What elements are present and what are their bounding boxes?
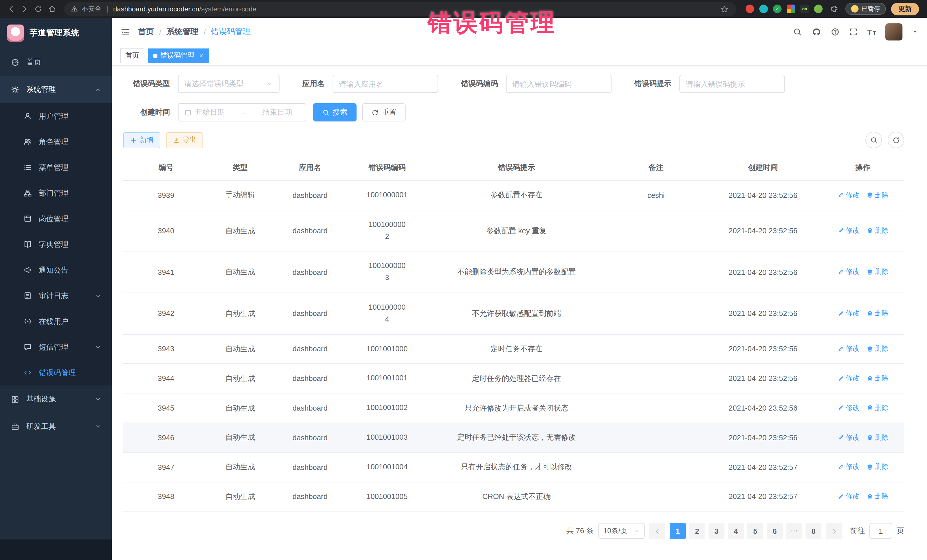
sidebar-item[interactable]: 部门管理	[0, 180, 112, 206]
paused-badge[interactable]: 已暂停	[845, 3, 886, 15]
menu-list-icon	[23, 163, 32, 171]
tab-错误码管理[interactable]: 错误码管理	[148, 48, 209, 63]
cell-remark	[608, 452, 705, 482]
edit-link[interactable]: 修改	[837, 492, 859, 501]
sidebar-item[interactable]: 角色管理	[0, 129, 112, 155]
sidebar-item[interactable]: 基础设施	[0, 385, 112, 413]
column-header: 创建时间	[705, 155, 821, 181]
delete-link[interactable]: 删除	[866, 433, 889, 442]
avatar[interactable]	[885, 23, 903, 41]
edit-link[interactable]: 修改	[837, 267, 859, 277]
more-pages-button[interactable]	[786, 523, 802, 539]
sidebar-item[interactable]: 系统管理	[0, 76, 112, 103]
tab-首页[interactable]: 首页	[120, 48, 144, 63]
goto-page-input[interactable]	[869, 523, 892, 539]
error-hint-input[interactable]	[679, 75, 785, 93]
sidebar-item[interactable]: 通知公告	[0, 257, 112, 283]
browser-update-button[interactable]: 更新	[891, 3, 919, 15]
edit-icon	[837, 269, 844, 275]
puzzle-icon[interactable]	[828, 3, 840, 15]
edit-link[interactable]: 修改	[837, 344, 859, 354]
delete-link[interactable]: 删除	[866, 308, 889, 318]
sidebar-item[interactable]: 岗位管理	[0, 206, 112, 232]
sidebar-item[interactable]: 首页	[0, 49, 112, 76]
back-icon[interactable]	[5, 3, 17, 15]
breadcrumb-item[interactable]: 系统管理	[167, 27, 199, 37]
sidebar-item[interactable]: 审计日志	[0, 283, 112, 308]
delete-icon	[866, 464, 873, 470]
delete-link[interactable]: 删除	[866, 267, 889, 277]
extension-badge[interactable]: on	[800, 5, 809, 13]
page-size-select[interactable]: 10条/页	[598, 523, 644, 539]
edit-link[interactable]: 修改	[837, 462, 859, 472]
sidebar-item[interactable]: 字典管理	[0, 232, 112, 257]
extension-icon[interactable]	[746, 5, 754, 13]
reset-button[interactable]: 重置	[362, 103, 406, 121]
cell-remark	[608, 293, 705, 334]
url-text[interactable]: dashboard.yudao.iocoder.cn/system/error-…	[113, 5, 715, 13]
sidebar-item[interactable]: 研发工具	[0, 413, 112, 440]
cell-hint: 参数配置不存在	[426, 181, 608, 210]
hamburger-icon[interactable]	[120, 27, 130, 37]
sidebar-item[interactable]: 菜单管理	[0, 155, 112, 180]
toggle-search-button[interactable]	[865, 132, 882, 148]
date-range-picker[interactable]: 开始日期 - 结束日期	[178, 103, 306, 121]
delete-link[interactable]: 删除	[866, 190, 889, 200]
page-button[interactable]: 6	[767, 523, 783, 539]
extension-icon[interactable]: ✓	[773, 5, 781, 13]
edit-link[interactable]: 修改	[837, 433, 859, 442]
edit-link[interactable]: 修改	[837, 373, 859, 383]
error-code-input[interactable]	[506, 75, 611, 93]
sidebar-item[interactable]: 短信管理	[0, 334, 112, 360]
next-page-button[interactable]	[826, 523, 842, 539]
edit-link[interactable]: 修改	[837, 190, 859, 200]
sidebar-footer[interactable]	[0, 539, 112, 560]
page-button[interactable]: 8	[805, 523, 821, 539]
page-button[interactable]: 3	[708, 523, 725, 539]
extension-icon[interactable]	[787, 5, 795, 13]
edit-link[interactable]: 修改	[837, 226, 859, 235]
add-button[interactable]: 新增	[123, 132, 160, 148]
edit-link[interactable]: 修改	[837, 308, 859, 318]
sidebar-item[interactable]: 用户管理	[0, 103, 112, 129]
page-button[interactable]: 1	[670, 523, 686, 539]
security-label[interactable]: 不安全	[82, 5, 101, 13]
sidebar-item[interactable]: 在线用户	[0, 308, 112, 334]
delete-link[interactable]: 删除	[866, 462, 889, 472]
export-button[interactable]: 导出	[166, 132, 203, 148]
delete-link[interactable]: 删除	[866, 344, 889, 354]
error-type-select[interactable]: 请选择错误码类型	[178, 75, 280, 93]
prev-page-button[interactable]	[649, 523, 665, 539]
address-bar[interactable]: 不安全 dashboard.yudao.iocoder.cn/system/er…	[64, 2, 737, 16]
search-button[interactable]: 搜索	[313, 103, 357, 121]
app-name-input[interactable]	[333, 75, 438, 93]
sidebar-item[interactable]: 错误码管理	[0, 360, 112, 385]
delete-link[interactable]: 删除	[866, 403, 889, 413]
delete-link[interactable]: 删除	[866, 373, 889, 383]
logo[interactable]: 芋道管理系统	[0, 18, 112, 49]
forward-icon[interactable]	[18, 3, 31, 15]
breadcrumb-item[interactable]: 首页	[138, 27, 154, 37]
page-button[interactable]: 2	[689, 523, 705, 539]
caret-down-icon[interactable]	[912, 29, 918, 35]
edit-link[interactable]: 修改	[837, 403, 859, 413]
delete-link[interactable]: 删除	[866, 492, 889, 501]
font-size-icon[interactable]: TT	[867, 28, 876, 36]
cell-hint: CRON 表达式不正确	[426, 482, 608, 511]
delete-link[interactable]: 删除	[866, 226, 889, 235]
page-button[interactable]: 5	[747, 523, 763, 539]
page-button[interactable]: 4	[728, 523, 744, 539]
search-icon[interactable]	[793, 27, 802, 36]
extension-icon[interactable]	[759, 5, 768, 13]
star-icon[interactable]	[718, 3, 731, 15]
close-icon[interactable]	[199, 53, 204, 58]
github-icon[interactable]	[811, 27, 821, 37]
url-host: dashboard.yudao.iocoder.cn	[113, 5, 199, 13]
cell-actions: 修改删除	[821, 423, 904, 452]
reload-icon[interactable]	[32, 3, 44, 15]
home-icon[interactable]	[46, 3, 58, 15]
refresh-table-button[interactable]	[887, 132, 904, 148]
help-icon[interactable]	[830, 27, 839, 36]
fullscreen-icon[interactable]	[849, 27, 858, 36]
extension-icon[interactable]	[814, 5, 823, 13]
